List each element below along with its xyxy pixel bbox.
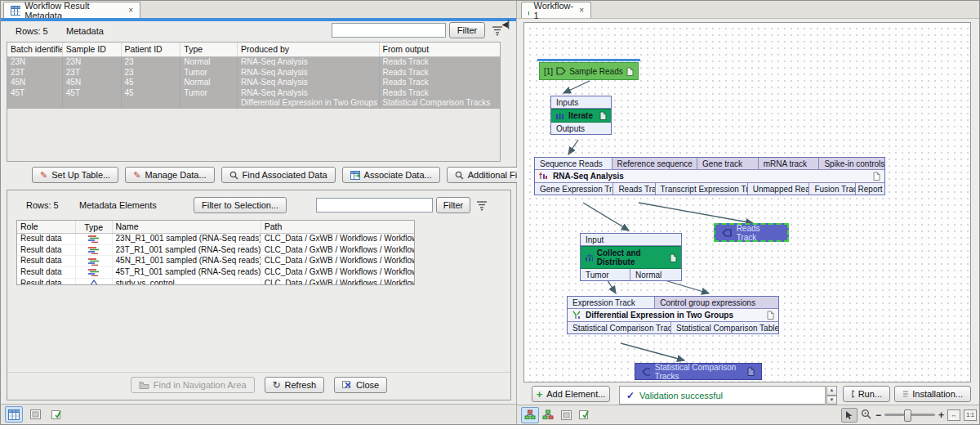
document-icon[interactable] [599,111,607,120]
validate-workflow-icon[interactable] [575,407,593,423]
input-cell[interactable]: Spike-in controls [819,158,884,169]
close-button[interactable]: Close [334,377,387,393]
node-sample-reads[interactable]: [1] Sample Reads [539,62,639,80]
column-header[interactable]: Produced by [238,42,379,56]
element-row[interactable]: Result data study vs. control CLC_Data /… [17,279,414,285]
zoom-in-icon[interactable]: + [938,410,944,420]
zoom-slider-handle[interactable] [904,409,911,422]
spinner-up-icon[interactable]: ▲ [826,386,837,396]
metadata-table[interactable]: Batch identifier Sample ID Patient ID Ty… [7,42,501,162]
grid-view-icon[interactable] [557,407,575,423]
iterate-outputs-cell[interactable]: Outputs [551,123,611,134]
elements-filter-button[interactable]: Filter [436,197,470,213]
show-element-info-icon[interactable] [47,406,65,423]
find-in-navigation-area-button[interactable]: Find in Navigation Area [131,377,255,393]
output-cell[interactable]: Normal [630,269,681,280]
input-cell[interactable]: Expression Track [568,297,655,308]
element-row[interactable]: Result data 45N_R1_001 sampled (RNA-Seq … [17,256,414,267]
node-statistical-comparison-tracks-output[interactable]: Statistical Comparison Tracks [635,363,762,380]
advanced-filter-icon[interactable] [491,24,504,37]
column-header[interactable]: Batch identifier [7,42,63,56]
input-cell[interactable]: Gene track [697,158,759,169]
document-icon[interactable] [767,311,774,320]
installation-button[interactable]: Installation... [894,386,971,402]
table-row[interactable]: 45N45N45NormalRNA-Seq AnalysisReads Trac… [7,78,500,88]
node-collect-and-distribute[interactable]: Input Collect and Distribute Tumor Norma… [580,233,682,281]
column-header[interactable]: Path [261,221,414,233]
associate-data-button[interactable]: Associate Data... [342,167,440,183]
elements-table[interactable]: Role Type Name Path Result data 23N_R1_0… [16,220,415,285]
output-cell[interactable]: Tumor [581,269,630,280]
workflow-edit-icon[interactable] [539,407,557,423]
output-cell[interactable]: Statistical Comparison Tracks [568,322,671,333]
set-up-table-button[interactable]: ✎Set Up Table... [32,167,118,183]
node-rna-seq-analysis[interactable]: Sequence Reads Reference sequence Gene t… [534,157,885,195]
output-cell[interactable]: Statistical Comparison Tables [671,322,778,333]
manage-data-button[interactable]: ✎Manage Data... [125,167,214,183]
diff-exp-header[interactable]: Differential Expression in Two Groups [568,309,778,322]
element-row[interactable]: Result data 23T_R1_001 sampled (RNA-Seq … [17,245,414,257]
tab-close-icon[interactable]: × [579,6,584,15]
tab-workflow-result-metadata[interactable]: Workflow Result Metadata × [3,2,140,18]
zoom-tool-icon[interactable] [861,408,872,423]
table-row[interactable]: 23T23T23TumorRNA-Seq AnalysisReads Track [7,68,500,78]
metadata-filter-button[interactable]: Filter [449,22,485,38]
cursor-tool-icon[interactable] [841,408,858,423]
tab-close-icon[interactable]: × [128,6,133,15]
output-cell[interactable]: Transcript Expression Track [656,183,748,195]
rna-seq-header[interactable]: RNA-Seq Analysis [535,170,884,183]
column-header[interactable]: From output [380,42,501,56]
zoom-slider[interactable] [884,414,935,416]
add-element-button[interactable]: +Add Element... [532,386,610,402]
spinner-down-icon[interactable]: ▼ [826,396,837,405]
node-reads-track-output[interactable]: Reads Track [714,223,789,242]
output-cell[interactable]: Report [856,183,884,195]
column-header[interactable]: Type [76,221,113,233]
find-associated-data-button[interactable]: Find Associated Data [221,167,336,183]
column-header[interactable]: Role [17,221,76,233]
output-cell[interactable]: Unmapped Reads [748,183,810,195]
workflow-view-icon[interactable] [521,407,539,423]
table-row[interactable]: 45T45T45TumorRNA-Seq AnalysisReads Track [7,88,500,99]
filter-to-selection-button[interactable]: Filter to Selection... [194,197,287,213]
input-cell[interactable]: Input [581,234,681,245]
workflow-canvas[interactable]: [1] Sample Reads Inputs Iterate Outputs … [523,22,971,382]
input-cell[interactable]: Sequence Reads [535,158,612,169]
element-row[interactable]: Result data 23N_R1_001 sampled (RNA-Seq … [17,234,414,245]
cell: 23T [63,68,122,78]
zoom-out-icon[interactable]: − [875,410,881,420]
input-cell[interactable]: mRNA track [759,158,820,169]
advanced-filter-icon[interactable] [475,199,488,212]
document-icon[interactable] [626,67,634,76]
collect-header[interactable]: Collect and Distribute [581,246,681,269]
output-cell[interactable]: Gene Expression Track [535,183,613,195]
element-row[interactable]: Result data 45T_R1_001 sampled (RNA-Seq … [17,267,414,279]
node-differential-expression[interactable]: Expression Track Control group expressio… [567,296,779,334]
column-header[interactable]: Sample ID [63,42,122,56]
elements-filter-input[interactable] [316,198,433,212]
input-cell[interactable]: Control group expressions [655,297,778,308]
tab-workflow-1[interactable]: Workflow-1 × [521,2,591,18]
node-iterate[interactable]: Inputs Iterate Outputs [550,96,612,135]
iterate-header[interactable]: Iterate [551,109,611,123]
table-row[interactable]: Differential Expression in Two GroupsSta… [7,98,500,109]
refresh-button[interactable]: ↻Refresh [265,377,325,393]
column-header[interactable]: Type [180,42,238,56]
document-icon[interactable] [670,253,677,262]
document-icon[interactable] [873,172,880,181]
column-header[interactable]: Name [113,221,261,233]
input-cell[interactable]: Reference sequence [612,158,698,169]
metadata-filter-input[interactable] [332,23,446,38]
run-button[interactable]: Run... [843,386,890,402]
rows-count-label: Rows: 5 [16,26,48,36]
fit-width-icon[interactable]: ↔ [947,409,960,421]
table-row[interactable]: 23N23N23NormalRNA-Seq AnalysisReads Trac… [7,57,500,68]
zoom-100-icon[interactable]: 1:1 [964,409,977,421]
output-cell[interactable]: Reads Track [613,183,655,195]
table-view-icon[interactable] [5,406,23,423]
icon-view-icon[interactable] [26,406,44,423]
document-icon[interactable] [747,367,755,376]
column-header[interactable]: Patient ID [122,42,181,56]
iterate-inputs-cell[interactable]: Inputs [551,96,611,108]
output-cell[interactable]: Fusion Track [809,183,855,195]
